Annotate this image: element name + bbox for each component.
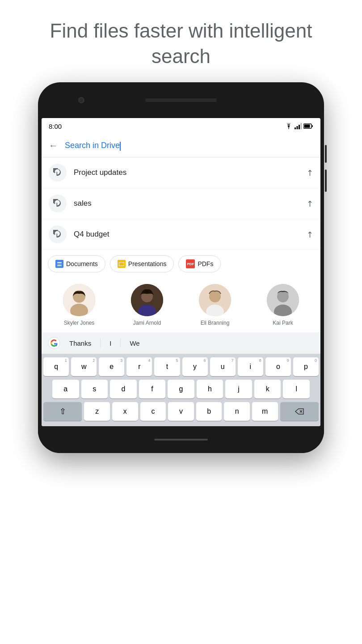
avatar-kai [267, 284, 299, 316]
status-bar: 8:00 [42, 118, 320, 134]
person-skyler-name: Skyler Jones [64, 320, 95, 326]
key-e[interactable]: 3e [99, 357, 124, 376]
chip-presentations[interactable]: Presentations [110, 255, 174, 272]
key-p[interactable]: 0p [293, 357, 319, 376]
suggestion-item-3[interactable]: Q4 budget ↗ [42, 219, 320, 250]
key-i[interactable]: 8i [238, 357, 263, 376]
volume-up-button [325, 145, 327, 163]
svg-rect-5 [304, 125, 310, 128]
person-jami[interactable]: Jami Arnold [118, 284, 176, 326]
people-section: Skyler Jones [42, 278, 320, 332]
svg-point-19 [48, 337, 60, 349]
history-icon-3 [49, 225, 67, 243]
key-h[interactable]: h [197, 380, 223, 398]
person-eli[interactable]: Eli Branning [186, 284, 244, 326]
key-r[interactable]: 4r [126, 357, 152, 376]
google-suggestions-bar: Thanks I We [42, 332, 320, 354]
search-bar[interactable]: ← Search in Drive [42, 134, 320, 157]
key-g[interactable]: g [168, 380, 194, 398]
history-icon-2 [49, 195, 67, 212]
word-suggestion-i[interactable]: I [106, 338, 115, 349]
key-shift[interactable]: ⇧ [43, 402, 82, 421]
google-logo [48, 337, 60, 349]
suggestion-text-3: Q4 budget [74, 230, 307, 239]
key-w[interactable]: 2w [71, 357, 97, 376]
phone-speaker [145, 98, 217, 102]
key-v[interactable]: v [168, 402, 194, 421]
svg-rect-3 [301, 123, 302, 129]
key-f[interactable]: f [139, 380, 166, 398]
history-icon-1 [49, 164, 67, 182]
person-skyler[interactable]: Skyler Jones [50, 284, 108, 326]
chip-documents-label: Documents [66, 260, 98, 267]
battery-icon [303, 123, 313, 129]
phone-bottom [38, 426, 324, 453]
search-input[interactable]: Search in Drive [65, 141, 313, 150]
key-c[interactable]: c [140, 402, 166, 421]
phone-screen: 8:00 [42, 118, 320, 426]
keyboard-row-3: ⇧ z x c v b n m [43, 402, 319, 421]
svg-rect-2 [299, 125, 300, 129]
divider-2 [120, 339, 121, 347]
key-z[interactable]: z [84, 402, 110, 421]
suggestion-item-1[interactable]: Project updates ↗ [42, 157, 320, 188]
key-m[interactable]: m [252, 402, 278, 421]
chip-documents[interactable]: Documents [48, 255, 105, 272]
key-backspace[interactable] [280, 402, 319, 421]
key-x[interactable]: x [112, 402, 138, 421]
word-suggestion-we[interactable]: We [126, 338, 143, 349]
key-n[interactable]: n [224, 402, 250, 421]
slides-icon [118, 260, 126, 268]
avatar-jami [131, 284, 163, 316]
phone-camera [78, 97, 84, 103]
person-kai[interactable]: Kai Park [254, 284, 312, 326]
suggestion-text-2: sales [74, 199, 307, 208]
keyboard: 1q 2w 3e 4r 5t 6y 7u 8i 9o 0p a s d f [42, 354, 320, 426]
doc-icon [55, 260, 63, 268]
suggestion-text-1: Project updates [74, 168, 307, 177]
word-suggestion-thanks[interactable]: Thanks [66, 338, 95, 349]
phone-body: 8:00 [38, 82, 324, 453]
phone-container: 8:00 [38, 82, 324, 453]
svg-rect-1 [297, 126, 298, 129]
pdf-icon: PDF [186, 259, 195, 268]
key-q[interactable]: 1q [43, 357, 69, 376]
key-b[interactable]: b [196, 402, 222, 421]
key-o[interactable]: 9o [265, 357, 291, 376]
person-kai-name: Kai Park [273, 320, 293, 326]
volume-down-button [325, 169, 327, 192]
key-y[interactable]: 6y [182, 357, 208, 376]
key-k[interactable]: k [254, 380, 281, 398]
status-time: 8:00 [49, 123, 62, 130]
svg-rect-0 [295, 127, 296, 129]
page-header: Find files faster with intelligent searc… [0, 0, 362, 82]
key-a[interactable]: a [52, 380, 79, 398]
suggestion-item-2[interactable]: sales ↗ [42, 188, 320, 219]
divider-1 [100, 339, 101, 347]
keyboard-row-2: a s d f g h j k l [43, 380, 319, 398]
key-j[interactable]: j [225, 380, 252, 398]
svg-point-17 [277, 291, 289, 302]
person-jami-name: Jami Arnold [133, 320, 161, 326]
chip-pdfs[interactable]: PDF PDFs [178, 255, 221, 272]
wifi-icon [285, 123, 293, 129]
home-bar [154, 439, 208, 441]
key-s[interactable]: s [81, 380, 108, 398]
chip-presentations-label: Presentations [128, 260, 167, 267]
signal-icon [295, 123, 302, 129]
key-d[interactable]: d [110, 380, 137, 398]
svg-point-14 [209, 291, 221, 302]
svg-rect-6 [312, 125, 313, 127]
filter-chips: Documents Presentations PDF PDFs [42, 250, 320, 278]
status-icons [285, 123, 313, 129]
key-u[interactable]: 7u [210, 357, 236, 376]
avatar-eli [199, 284, 231, 316]
keyboard-row-1: 1q 2w 3e 4r 5t 6y 7u 8i 9o 0p [43, 357, 319, 376]
search-suggestions: Project updates ↗ sales ↗ Q4 budge [42, 157, 320, 250]
avatar-skyler [63, 284, 95, 316]
key-l[interactable]: l [283, 380, 310, 398]
back-button[interactable]: ← [49, 140, 58, 151]
chip-pdfs-label: PDFs [198, 260, 213, 267]
key-t[interactable]: 5t [154, 357, 180, 376]
person-eli-name: Eli Branning [201, 320, 230, 326]
